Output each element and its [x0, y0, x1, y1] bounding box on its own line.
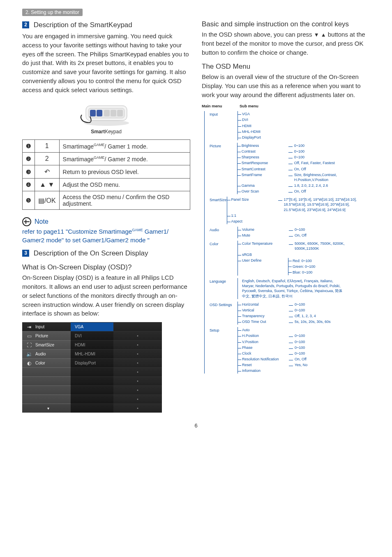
- osd-mock: ⇥InputVGA▭PictureDVI•⛶SmartSizeHDMI•🔉Aud…: [22, 322, 162, 413]
- section2-body: You are engaged in immersive gaming. You…: [22, 32, 190, 94]
- section3-title: Description of the On Screen Display: [34, 249, 148, 257]
- right-p2: Below is an overall view of the structur…: [202, 72, 370, 99]
- tree-main-item: LanguageEnglish, Deutsch, Español, Ελλην…: [205, 278, 370, 299]
- section-number-3: 3: [22, 250, 29, 257]
- svg-rect-4: [97, 110, 102, 116]
- iconmap-row: ❺▤/OKAccess the OSD menu / Confirm the O…: [23, 191, 190, 210]
- tree-main-item: SmartSizePanel Size17"[5:4], 19"[5:4], 1…: [205, 197, 370, 224]
- svg-rect-5: [104, 110, 110, 116]
- tree-main-item: OSD SettingsHorizontal0~100Vertical0~100…: [205, 302, 370, 325]
- iconmap-table: ❶1SmartimageGAME/ Gamer 1 mode.❷2Smartim…: [22, 139, 190, 210]
- iconmap-row: ❷2SmartimageGAME/ Gamer 2 mode.: [23, 153, 190, 165]
- section-number-2: 2: [22, 21, 29, 28]
- svg-rect-6: [111, 110, 116, 116]
- tree-main-item: PictureBrightness0~100Contrast0~100Sharp…: [205, 143, 370, 194]
- smartkeypad-illustration: [22, 98, 190, 127]
- note-icon: [22, 217, 31, 226]
- smartkeypad-caption: SmartKeypad: [22, 129, 190, 135]
- svg-rect-9: [24, 221, 30, 222]
- right-p1: In the OSD shown above, you can press ▼ …: [202, 30, 370, 57]
- osd-tree: Main menu Sub menu InputVGADVIHDMIMHL-HD…: [202, 104, 370, 374]
- svg-point-0: [84, 120, 129, 126]
- left-column: 2 Description of the SmartKeypad You are…: [22, 20, 190, 413]
- section2-title: Description of the SmartKeypad: [34, 21, 132, 29]
- triangle-down-icon: ▼: [314, 32, 319, 38]
- right-h2: The OSD Menu: [202, 63, 370, 71]
- breadcrumb: 2. Setting up the monitor: [22, 9, 83, 16]
- page-number: 6: [22, 422, 370, 429]
- svg-rect-3: [90, 110, 96, 116]
- section3-question: What is On-Screen Display (OSD)?: [22, 263, 190, 272]
- iconmap-row: ❶1SmartimageGAME/ Gamer 1 mode.: [23, 140, 190, 153]
- tree-main-item: InputVGADVIHDMIMHL-HDMIDisplayPort: [205, 111, 370, 140]
- iconmap-row: ❹▲ ▼Adjust the OSD menu.: [23, 179, 190, 191]
- note-body: refer to page11 "Customize SmartimageGAM…: [22, 227, 190, 244]
- iconmap-row: ❸↶Return to previous OSD level.: [23, 165, 190, 179]
- tree-main-item: SetupAutoH.Position0~100V.Position0~100P…: [205, 327, 370, 374]
- triangle-up-icon: ▲: [321, 32, 326, 38]
- note-title: Note: [35, 218, 48, 225]
- section3-body: On-Screen Display (OSD) is a feature in …: [22, 273, 190, 318]
- right-column: Basic and simple instruction on the cont…: [202, 20, 370, 413]
- svg-rect-10: [25, 220, 26, 224]
- tree-main-item: AudioVolume0~100MuteOn, Off: [205, 227, 370, 238]
- right-h1: Basic and simple instruction on the cont…: [202, 20, 370, 28]
- tree-main-item: ColorColor Temperature5000K, 6500K, 7500…: [205, 241, 370, 276]
- svg-rect-7: [117, 110, 123, 116]
